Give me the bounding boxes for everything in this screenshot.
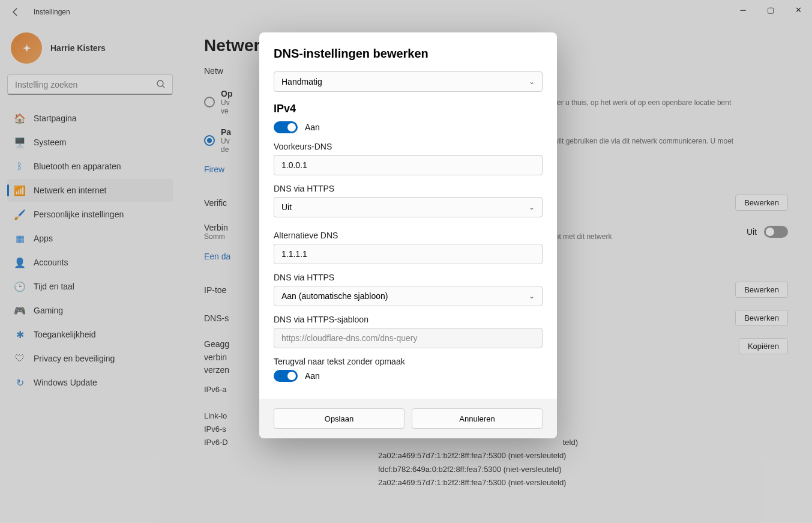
pref-dns-label: Voorkeurs-DNS <box>274 142 543 151</box>
doh-template-input: https://cloudflare-dns.com/dns-query <box>274 328 543 348</box>
dialog-title: DNS-instellingen bewerken <box>274 47 543 61</box>
fallback-toggle[interactable] <box>274 370 298 382</box>
chevron-down-icon: ⌄ <box>529 292 535 300</box>
chevron-down-icon: ⌄ <box>529 203 535 211</box>
ipv4-toggle-label: Aan <box>305 122 320 132</box>
pref-dns-input[interactable]: 1.0.0.1 <box>274 155 543 175</box>
ipv4-heading: IPv4 <box>274 103 543 115</box>
chevron-down-icon: ⌄ <box>529 77 535 86</box>
save-button[interactable]: Opslaan <box>274 408 404 429</box>
alt-dns-input[interactable]: 1.1.1.1 <box>274 244 543 264</box>
alt-dns-label: Alternatieve DNS <box>274 231 543 240</box>
doh-template-label: DNS via HTTPS-sjabloon <box>274 315 543 324</box>
ipv4-toggle[interactable] <box>274 121 298 133</box>
doh-label-2: DNS via HTTPS <box>274 273 543 282</box>
doh-pref-select[interactable]: Uit ⌄ <box>274 197 543 217</box>
dns-edit-dialog: DNS-instellingen bewerken Handmatig ⌄ IP… <box>259 32 557 438</box>
fallback-toggle-label: Aan <box>305 371 320 381</box>
doh-label-1: DNS via HTTPS <box>274 184 543 193</box>
fallback-label: Terugval naar tekst zonder opmaak <box>274 357 543 366</box>
cancel-button[interactable]: Annuleren <box>412 408 543 429</box>
doh-alt-select[interactable]: Aan (automatische sjabloon) ⌄ <box>274 286 543 306</box>
mode-select[interactable]: Handmatig ⌄ <box>274 71 543 92</box>
